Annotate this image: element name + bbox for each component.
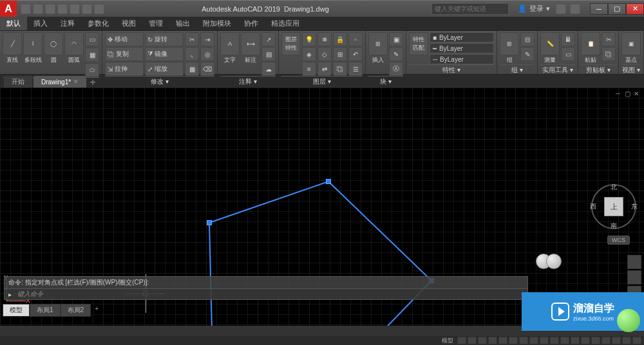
tab-addins[interactable]: 附加模块	[196, 17, 238, 30]
viewcube-east[interactable]: 东	[631, 202, 638, 211]
attr-block-icon[interactable]: Ⓐ	[389, 62, 403, 76]
layer-change-icon[interactable]: ⇄	[317, 62, 332, 76]
panel-utilities-label[interactable]: 实用工具 ▾	[540, 64, 575, 75]
erase-icon[interactable]: ⌫	[200, 62, 214, 76]
panel-group-label[interactable]: 组 ▾	[500, 64, 535, 75]
qat-redo-icon[interactable]	[94, 4, 104, 14]
extend-icon[interactable]: ⇥	[200, 32, 214, 46]
hatch-icon[interactable]: ▦	[85, 48, 99, 62]
command-line[interactable]: 命令: 指定对角点或 [栏选(F)/圈围(WP)/圈交(CP)]: ▸ 键入命令	[4, 276, 528, 300]
command-input[interactable]: ▸ 键入命令	[4, 288, 528, 300]
insert-block-button[interactable]: ⊞	[368, 32, 388, 55]
doc-tab-start[interactable]: 开始	[4, 76, 32, 88]
drawing-area[interactable]: Y X ─ ▢ ✕ 上 北 南 东 西 WCS 命令: 指定对角点或 [栏选(F…	[0, 88, 644, 326]
line-button[interactable]: ╱	[3, 32, 22, 55]
close-button[interactable]: ✕	[626, 3, 644, 15]
copy-clip-icon[interactable]: ⿻	[601, 47, 616, 61]
scale-button[interactable]: ⤢ 缩放	[145, 62, 184, 76]
tab-insert[interactable]: 插入	[27, 17, 54, 30]
panel-layer-label[interactable]: 图层 ▾	[281, 76, 363, 86]
panel-view-label[interactable]: 视图 ▾	[621, 64, 641, 75]
rotate-button[interactable]: ↻ 旋转	[145, 32, 184, 46]
cloud-icon[interactable]: ☁	[261, 62, 276, 76]
doc-max-icon[interactable]: ▢	[625, 90, 631, 97]
tab-annotate[interactable]: 注释	[54, 17, 81, 30]
panel-clipboard-label[interactable]: 剪贴板 ▾	[581, 64, 616, 75]
layer-match-icon[interactable]: ⊞	[333, 47, 347, 61]
layout-tab-model[interactable]: 模型	[3, 304, 30, 317]
ellipse-icon[interactable]: ⬭	[85, 63, 99, 77]
edit-block-icon[interactable]: ✎	[389, 47, 403, 61]
offset-icon[interactable]: ◎	[200, 47, 214, 61]
minimize-button[interactable]: ─	[590, 3, 608, 15]
status-annomonitor-icon[interactable]	[560, 337, 569, 344]
qat-save-icon[interactable]	[45, 4, 55, 14]
layer-copy-icon[interactable]: ⿻	[333, 62, 347, 76]
layer-color-icon[interactable]: ▫	[348, 32, 363, 46]
viewcube[interactable]: 上 北 南 东 西	[591, 184, 636, 229]
grip-icon[interactable]	[326, 179, 331, 184]
layout-tab-layout1[interactable]: 布局1	[30, 304, 61, 317]
color-combo[interactable]: ■ ByLayer	[430, 32, 494, 42]
login-button[interactable]: 👤 登录▾	[514, 4, 554, 14]
measure-button[interactable]: 📏	[540, 32, 560, 55]
exchange-icon[interactable]	[556, 4, 566, 14]
layer-uniso-icon[interactable]: ◇	[317, 47, 332, 61]
help-icon[interactable]	[570, 4, 580, 14]
tab-featured[interactable]: 精选应用	[265, 17, 306, 30]
tab-default[interactable]: 默认	[0, 17, 27, 30]
panel-annotate-label[interactable]: 注释 ▾	[220, 76, 276, 86]
polyline-button[interactable]: ⌇	[23, 32, 43, 55]
qat-saveas-icon[interactable]	[57, 4, 68, 14]
layer-walk-icon[interactable]: ≡	[302, 62, 316, 76]
tab-parametric[interactable]: 参数化	[81, 17, 115, 30]
base-button[interactable]: ▣	[621, 32, 641, 55]
status-lwt-icon[interactable]	[529, 337, 538, 344]
layer-freeze-icon[interactable]: ❄	[317, 32, 332, 46]
status-model-label[interactable]: 模型	[439, 337, 456, 345]
leader-icon[interactable]: ↗	[261, 32, 276, 46]
add-layout-button[interactable]: +	[91, 304, 102, 317]
layer-lock-icon[interactable]: 🔒	[333, 32, 347, 46]
status-cleanscreen-icon[interactable]	[622, 337, 631, 344]
table-icon[interactable]: ▤	[261, 47, 276, 61]
create-block-icon[interactable]: ▣	[389, 32, 403, 46]
tab-view[interactable]: 视图	[115, 17, 142, 30]
fillet-icon[interactable]: ◟	[185, 47, 199, 61]
status-workspace-icon[interactable]	[571, 337, 580, 344]
grip-icon[interactable]	[207, 220, 212, 225]
maximize-button[interactable]: ▢	[608, 3, 626, 15]
status-quickprops-icon[interactable]	[591, 337, 600, 344]
pentagon-shape[interactable]	[200, 178, 457, 326]
array-icon[interactable]: ▦	[185, 62, 199, 76]
layout-tab-layout2[interactable]: 布局2	[61, 304, 91, 317]
status-hardware-icon[interactable]	[612, 337, 621, 344]
status-polar-icon[interactable]	[488, 337, 497, 344]
match-properties-button[interactable]: 特性 匹配	[409, 32, 428, 55]
viewcube-west[interactable]: 西	[590, 202, 596, 211]
text-button[interactable]: A	[220, 32, 240, 55]
status-custom-icon[interactable]	[632, 337, 641, 344]
layer-iso-icon[interactable]: ◈	[302, 47, 316, 61]
select-icon[interactable]: ▭	[561, 47, 575, 61]
status-otrack-icon[interactable]	[519, 337, 528, 344]
ungroup-icon[interactable]: ⊟	[520, 32, 535, 46]
app-logo-icon[interactable]: A	[0, 1, 17, 17]
wcs-badge[interactable]: WCS	[607, 236, 630, 245]
status-cycle-icon[interactable]	[550, 337, 559, 344]
viewcube-south[interactable]: 南	[611, 221, 617, 230]
stretch-button[interactable]: ⇲ 拉伸	[105, 62, 144, 76]
copy-button[interactable]: ⿻ 复制	[105, 47, 144, 61]
tab-output[interactable]: 输出	[169, 17, 196, 30]
status-isolate-icon[interactable]	[601, 337, 611, 344]
new-doc-button[interactable]: +	[88, 77, 98, 88]
group-button[interactable]: ⊞	[500, 32, 519, 55]
nav-pan-icon[interactable]	[627, 270, 641, 284]
status-units-icon[interactable]	[581, 337, 590, 344]
trim-icon[interactable]: ✂	[185, 32, 199, 46]
panel-properties-label[interactable]: 特性 ▾	[409, 64, 494, 75]
qat-open-icon[interactable]	[33, 4, 43, 14]
status-ortho-icon[interactable]	[478, 337, 487, 344]
dimension-button[interactable]: ⟷	[241, 32, 260, 55]
tab-collaborate[interactable]: 协作	[238, 17, 265, 30]
